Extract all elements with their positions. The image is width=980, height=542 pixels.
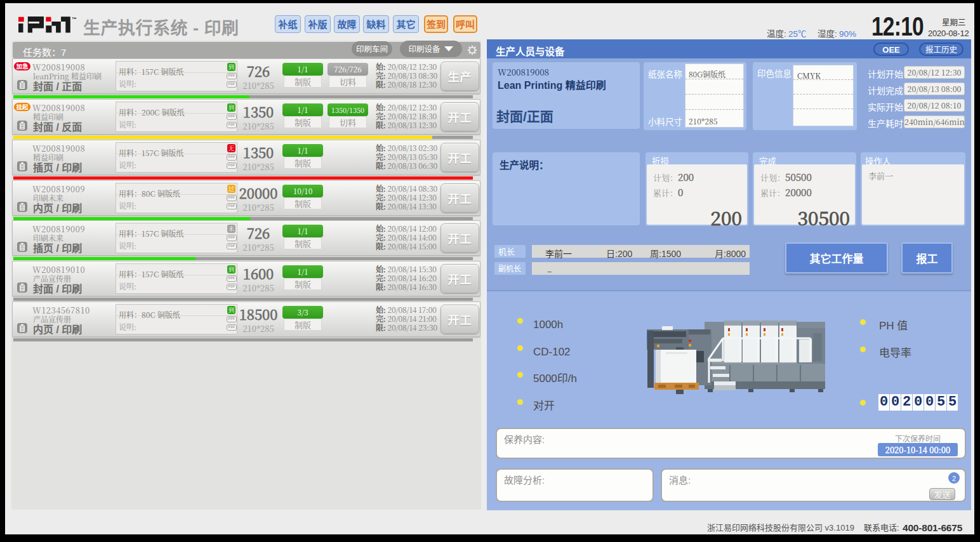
svg-text:™: ™ <box>72 17 77 22</box>
